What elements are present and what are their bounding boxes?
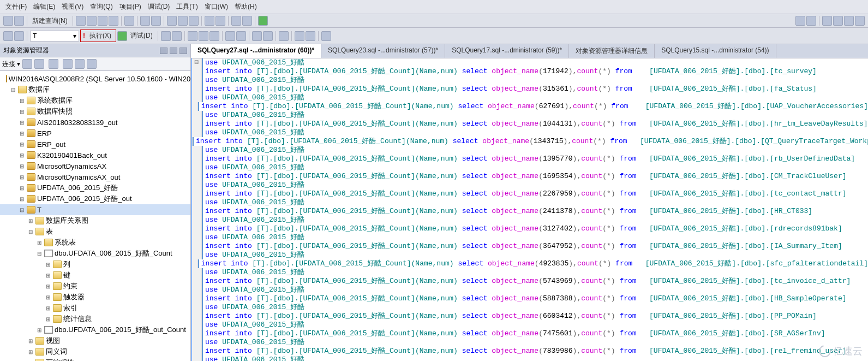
expand-icon[interactable]: ⊞ — [27, 218, 34, 224]
code-line[interactable]: insert into [T].[dbo].[UFDATA_006_2015_好… — [192, 312, 868, 321]
fold-gutter[interactable] — [192, 329, 202, 338]
fold-gutter[interactable]: ⊟ — [192, 58, 202, 67]
icon-btn[interactable] — [98, 16, 107, 26]
code-line[interactable]: use UFDATA_006_2015_好酷 — [192, 198, 868, 207]
editor-tab[interactable]: SQLQuery27.sql -...dministrator (60))* — [191, 44, 321, 58]
fold-gutter[interactable] — [192, 259, 198, 268]
collapse-icon[interactable]: ⊟ — [10, 87, 16, 93]
fold-gutter[interactable] — [192, 242, 202, 251]
open-icon[interactable] — [14, 16, 24, 26]
editor-tab[interactable]: 对象资源管理器详细信息 — [569, 44, 655, 58]
code-line[interactable]: use UFDATA_006_2015_好酷 — [192, 163, 868, 172]
specify-values-icon[interactable] — [279, 31, 289, 41]
tree-node[interactable]: ⊞MicrosoftDynamicsAX_out — [0, 171, 190, 182]
filter-icon[interactable] — [63, 59, 73, 69]
panel-pin-icon[interactable] — [170, 48, 177, 54]
connect-icon[interactable] — [3, 31, 13, 41]
stop-icon[interactable] — [49, 59, 58, 69]
code-line[interactable]: use UFDATA_006_2015_好酷 — [192, 321, 868, 329]
stop-icon[interactable] — [161, 31, 171, 41]
new-project-icon[interactable] — [3, 16, 13, 26]
fold-gutter[interactable] — [192, 111, 202, 120]
expand-icon[interactable]: ⊞ — [45, 283, 51, 289]
icon-btn[interactable] — [806, 16, 816, 26]
new-query-button[interactable]: 新建查询(N) — [30, 16, 70, 26]
tree-node[interactable]: ⊞MicrosoftDynamicsAX — [0, 161, 190, 171]
results-text-icon[interactable] — [199, 31, 208, 41]
code-line[interactable]: insert into [T].[dbo].[UFDATA_006_2015_好… — [192, 224, 868, 233]
fold-gutter[interactable] — [192, 286, 202, 294]
tree-node[interactable]: ⊞系统表 — [0, 237, 190, 248]
paste-icon[interactable] — [189, 16, 199, 26]
fold-gutter[interactable] — [192, 67, 202, 76]
script-icon[interactable] — [87, 59, 97, 69]
code-line[interactable]: insert into [T].[dbo].[UFDATA_006_2015_好… — [192, 259, 868, 268]
code-line[interactable]: insert into [T].[dbo].[UFDATA_006_2015_好… — [192, 137, 868, 146]
code-line[interactable]: use UFDATA_006_2015_好酷 — [192, 251, 868, 259]
editor-tab[interactable]: SQLQuery23.sql -...dministrator (57))* — [321, 44, 445, 58]
debug-play-icon[interactable] — [117, 31, 127, 41]
cut-icon[interactable] — [167, 16, 177, 26]
icon-btn[interactable] — [822, 16, 832, 26]
tree-node[interactable]: ⊞AIS20180328083139_out — [0, 117, 190, 128]
icon-btn[interactable] — [87, 16, 97, 26]
code-line[interactable]: insert into [T].[dbo].[UFDATA_006_2015_好… — [192, 85, 868, 93]
expand-icon[interactable]: ⊞ — [45, 262, 51, 268]
uncomment-icon[interactable] — [236, 31, 246, 41]
code-line[interactable]: insert into [T].[dbo].[UFDATA_006_2015_好… — [192, 277, 868, 286]
code-line[interactable]: use UFDATA_006_2015_好酷 — [192, 128, 868, 137]
code-line[interactable]: use UFDATA_006_2015_好酷 — [192, 146, 868, 155]
tree-node[interactable]: ⊞同义词 — [0, 346, 190, 357]
icon-btn[interactable] — [76, 16, 86, 26]
tree-node[interactable]: ⊟表 — [0, 226, 190, 237]
connect-to-server-icon[interactable] — [22, 59, 32, 69]
btn[interactable] — [242, 16, 252, 26]
menu-item[interactable]: 窗口(W) — [201, 1, 231, 13]
tree-node[interactable]: ⊞dbo.UFDATA_006_2015_好酷_out_Count — [0, 324, 190, 335]
menu-item[interactable]: 视图(V) — [58, 1, 87, 13]
tree-node[interactable]: ⊞触发器 — [0, 292, 190, 303]
collapse-icon[interactable]: ⊟ — [27, 229, 34, 235]
save-icon[interactable] — [140, 16, 150, 26]
options-icon[interactable] — [321, 31, 331, 41]
expand-icon[interactable]: ⊞ — [27, 338, 34, 344]
menu-item[interactable]: 项目(P) — [116, 1, 145, 13]
object-tree[interactable]: + WIN2016A\SQL2008R2 (SQL Server 10.50.1… — [0, 71, 190, 361]
panel-dropdown-icon[interactable] — [160, 48, 167, 54]
panel-close-icon[interactable] — [179, 48, 187, 54]
code-line[interactable]: insert into [T].[dbo].[UFDATA_006_2015_好… — [192, 329, 868, 338]
code-line[interactable]: use UFDATA_006_2015_好酷 — [192, 338, 868, 347]
code-line[interactable]: use UFDATA_006_2015_好酷 — [192, 76, 868, 85]
tree-node[interactable]: ⊞ERP — [0, 128, 190, 139]
expand-icon[interactable]: ⊞ — [36, 240, 43, 246]
tree-node[interactable]: ⊞数据库关系图 — [0, 215, 190, 226]
code-line[interactable]: insert into [T].[dbo].[UFDATA_006_2015_好… — [192, 242, 868, 251]
fold-gutter[interactable] — [192, 251, 202, 259]
outdent-icon[interactable] — [263, 31, 273, 41]
fold-gutter[interactable] — [192, 347, 202, 356]
fold-gutter[interactable] — [192, 312, 202, 321]
expand-icon[interactable]: ⊞ — [19, 131, 25, 137]
tree-node[interactable]: ⊟T — [0, 204, 190, 215]
refresh-icon[interactable] — [75, 59, 85, 69]
menu-item[interactable]: 编辑(E) — [30, 1, 58, 13]
expand-icon[interactable]: ⊞ — [19, 152, 25, 158]
fold-gutter[interactable] — [192, 277, 202, 286]
indent-icon[interactable] — [252, 31, 262, 41]
disconnect-icon[interactable] — [14, 31, 24, 41]
fold-gutter[interactable] — [192, 338, 202, 347]
collapse-icon[interactable]: ⊟ — [36, 251, 43, 257]
menu-item[interactable]: 文件(F) — [2, 1, 30, 13]
tree-node[interactable]: ⊟dbo.UFDATA_006_2015_好酷_Count — [0, 248, 190, 259]
tree-node[interactable]: ⊟数据库 — [0, 84, 190, 95]
fold-gutter[interactable] — [192, 128, 202, 137]
fold-gutter[interactable] — [192, 76, 202, 85]
fold-gutter[interactable] — [192, 303, 202, 312]
tree-node[interactable]: ⊞视图 — [0, 335, 190, 346]
expand-icon[interactable]: ⊞ — [27, 349, 34, 355]
fold-gutter[interactable] — [192, 198, 202, 207]
icon-btn[interactable] — [833, 16, 843, 26]
fold-gutter[interactable] — [192, 155, 202, 163]
code-line[interactable]: insert into [T].[dbo].[UFDATA_006_2015_好… — [192, 155, 868, 163]
undo-icon[interactable] — [205, 16, 214, 26]
